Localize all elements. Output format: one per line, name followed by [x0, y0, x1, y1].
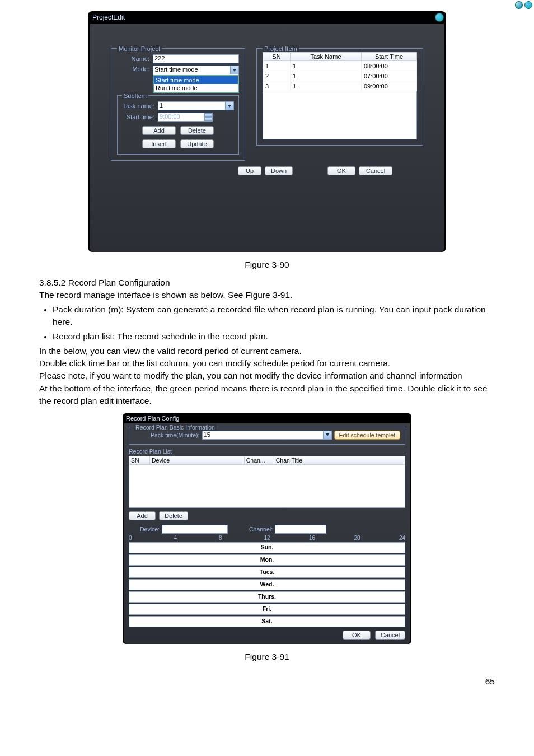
project-item-fieldset: Project Item SN Task Name Start Time [256, 48, 423, 146]
edit-schedule-template-button[interactable]: Edit schedule templet [334, 431, 400, 440]
close-icon[interactable] [524, 1, 532, 9]
chevron-down-icon[interactable] [323, 431, 331, 439]
task-name-label: Task name: [122, 102, 154, 109]
channel-label: Channel: [249, 526, 273, 533]
start-time-label: Start time: [122, 114, 154, 120]
th-time: Start Time [362, 53, 417, 61]
subitem-insert-button[interactable]: Insert [142, 139, 176, 148]
project-item-legend: Project Item [263, 45, 299, 52]
pack-time-select[interactable]: 15 [202, 431, 332, 440]
th-device: Device [150, 456, 245, 464]
print-icon[interactable] [515, 1, 523, 9]
timeline-day-sat[interactable]: Sat. [129, 616, 405, 627]
mode-dropdown: Start time mode Run time mode [153, 76, 238, 92]
section-heading: 3.8.5.2 Record Plan Configuration [39, 278, 495, 288]
rpc-basic-legend: Record Plan Basic Information [134, 424, 217, 431]
timeline-day-thu[interactable]: Thurs. [129, 591, 405, 603]
timeline-day-wed[interactable]: Wed. [129, 579, 405, 590]
bullet-pack-duration: Pack duration (m): System can generate a… [53, 304, 495, 328]
task-name-select[interactable]: 1 [158, 101, 234, 110]
para-5: At the bottom of the interface, the gree… [39, 382, 495, 408]
record-plan-config-window: Record Plan Config Record Plan Basic Inf… [123, 413, 411, 644]
rpc-cancel-button[interactable]: Cancel [375, 631, 405, 640]
monitor-project-legend: Monitor Project [117, 45, 162, 52]
rpc-basic-fieldset: Record Plan Basic Information Pack time(… [129, 427, 405, 445]
pack-time-value: 15 [203, 431, 212, 438]
mode-option-start[interactable]: Start time mode [154, 76, 238, 84]
record-plan-list-table: SN Device Chan... Chan Title [129, 456, 405, 508]
chevron-down-icon[interactable] [230, 66, 238, 74]
para-1: The record manage interface is shown as … [39, 289, 495, 301]
figure-3-90-caption: Figure 3-90 [39, 260, 495, 270]
th-sn: SN [129, 456, 150, 464]
project-item-table: SN Task Name Start Time 1 1 08:00:00 [263, 52, 417, 139]
subitem-delete-button[interactable]: Delete [180, 126, 214, 135]
para-4: Please note, if you want to modify the p… [39, 370, 495, 382]
cancel-button[interactable]: Cancel [359, 166, 392, 175]
spinner-buttons[interactable] [204, 113, 212, 121]
subitem-fieldset: SubItem Task name: 1 Start time: [117, 95, 239, 155]
subitem-update-button[interactable]: Update [180, 139, 214, 148]
figure-3-91-caption: Figure 3-91 [39, 652, 495, 662]
ok-button[interactable]: OK [327, 166, 355, 175]
mode-option-run[interactable]: Run time mode [154, 84, 238, 92]
table-row[interactable]: 2 1 07:00:00 [263, 71, 417, 81]
rpc-add-button[interactable]: Add [129, 511, 156, 520]
up-button[interactable]: Up [238, 166, 261, 175]
close-icon[interactable] [435, 13, 444, 22]
device-label: Device: [140, 526, 160, 533]
th-chan-title: Chan Title [274, 456, 405, 464]
table-row[interactable]: 3 1 09:00:00 [263, 81, 417, 91]
th-sn: SN [263, 53, 291, 61]
timeline-axis: 0 4 8 12 16 20 24 [129, 535, 405, 541]
record-plan-list-label: Record Plan List [129, 448, 405, 455]
rpc-delete-button[interactable]: Delete [159, 511, 188, 520]
name-input[interactable]: 222 [153, 54, 239, 63]
rpc-ok-button[interactable]: OK [343, 631, 371, 640]
rpc-title: Record Plan Config [123, 413, 411, 423]
chevron-down-icon[interactable] [225, 102, 233, 110]
device-input[interactable] [162, 525, 228, 534]
para-2: In the below, you can view the valid rec… [39, 345, 495, 357]
mode-selected: Start time mode [153, 66, 199, 73]
task-name-value: 1 [158, 102, 164, 109]
page-number: 65 [39, 676, 495, 687]
timeline-day-fri[interactable]: Fri. [129, 604, 405, 615]
start-time-spinner[interactable]: 9:00:00 [158, 113, 213, 122]
down-button[interactable]: Down [265, 166, 293, 175]
th-task: Task Name [291, 53, 362, 61]
channel-input[interactable] [275, 525, 326, 534]
project-edit-window: ProjectEdit Monitor Project Name: 222 Mo… [88, 11, 446, 252]
name-label: Name: [117, 55, 149, 62]
pack-time-label: Pack time(Minute): [151, 432, 200, 438]
subitem-legend: SubItem [122, 92, 148, 99]
table-row[interactable]: 1 1 08:00:00 [263, 61, 417, 71]
th-chan: Chan... [244, 456, 274, 464]
timeline-day-tue[interactable]: Tues. [129, 567, 405, 578]
monitor-project-fieldset: Monitor Project Name: 222 Mode: Start ti… [111, 48, 245, 161]
para-3: Double click time bar or the list column… [39, 357, 495, 370]
timeline-day-mon[interactable]: Mon. [129, 554, 405, 566]
mode-select[interactable]: Start time mode Start time mode Run time… [153, 66, 239, 93]
subitem-add-button[interactable]: Add [142, 126, 176, 135]
mode-label: Mode: [117, 66, 149, 72]
timeline-day-sun[interactable]: Sun. [129, 542, 405, 553]
start-time-value: 9:00:00 [158, 113, 204, 121]
project-edit-title: ProjectEdit [88, 11, 446, 24]
bullet-record-plan-list: Record plan list: The record schedule in… [53, 330, 495, 343]
